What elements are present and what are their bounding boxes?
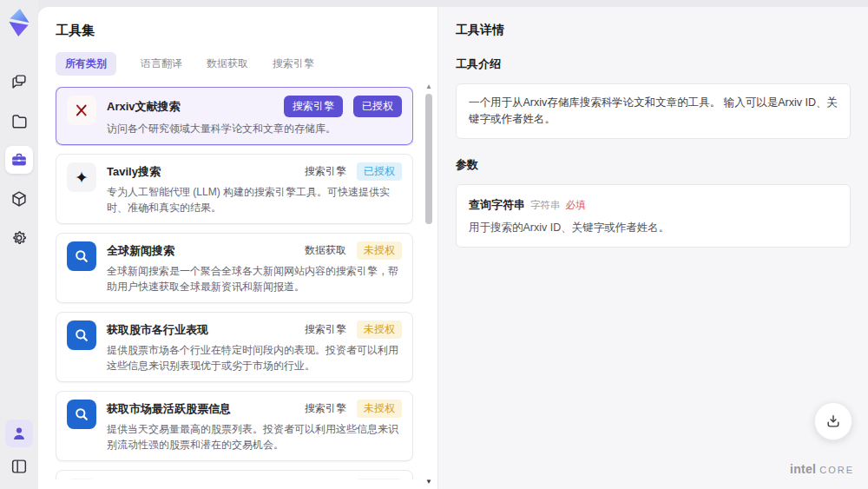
regional-news-icon [67, 479, 96, 479]
settings-icon[interactable] [5, 224, 33, 252]
list-scrollbar[interactable]: ▲ ▼ [424, 82, 433, 489]
auth-status-badge[interactable]: 未授权 [357, 241, 402, 260]
intro-heading: 工具介绍 [456, 56, 851, 72]
stock-search-icon [67, 400, 96, 429]
tool-card-list: Arxiv文献搜索 搜索引擎 已授权 访问各个研究领域大量科学论文和文章的存储库… [56, 87, 413, 479]
tool-card-arxiv[interactable]: Arxiv文献搜索 搜索引擎 已授权 访问各个研究领域大量科学论文和文章的存储库… [56, 87, 413, 145]
auth-status-badge[interactable]: 未授权 [357, 320, 402, 339]
tools-list-panel: 工具集 所有类别 语言翻译 数据获取 搜索引擎 Arxiv文献搜索 [38, 7, 437, 489]
tool-card-tavily[interactable]: ✦ Tavily搜索 搜索引擎 已授权 专为人工智能代理 (LLM) 构建的搜索… [56, 154, 413, 224]
parameter-required-flag: 必填 [566, 200, 586, 210]
tool-card-regional-news[interactable]: 万维地区新闻查询 搜索引擎 未授权 查询具体行政区划内的新闻，快速了解各地新闻动 [56, 470, 413, 479]
params-heading: 参数 [456, 157, 851, 173]
tool-name: 获取股市各行业表现 [107, 322, 208, 338]
auth-status-badge[interactable]: 未授权 [357, 479, 402, 479]
news-search-icon [67, 241, 96, 271]
tab-search-engine[interactable]: 搜索引擎 [273, 56, 314, 71]
intro-text: 一个用于从Arxiv存储库搜索科学论文和文章的工具。 输入可以是Arxiv ID… [456, 83, 851, 139]
tool-description: 提供股票市场各个行业在特定时间段内的表现。投资者可以利用这些信息来识别表现优于或… [107, 342, 402, 373]
parameter-item: 查询字符串字符串必填 用于搜索的Arxiv ID、关键字或作者姓名。 [456, 184, 851, 248]
auth-status-badge[interactable]: 未授权 [357, 400, 402, 418]
scrollbar-thumb[interactable] [425, 94, 432, 224]
brand-series: core [819, 465, 854, 475]
tool-name: 获取市场最活跃股票信息 [107, 401, 231, 417]
tool-description: 全球新闻搜索是一个聚合全球各大新闻网站内容的搜索引擎，帮助用户快速获取全球最新资… [107, 263, 402, 294]
tool-category: 数据获取 [305, 243, 346, 258]
parameter-name: 查询字符串 [469, 198, 525, 211]
parameter-description: 用于搜索的Arxiv ID、关键字或作者姓名。 [469, 221, 838, 235]
folder-icon[interactable] [5, 107, 33, 135]
tool-description: 专为人工智能代理 (LLM) 构建的搜索引擎工具。可快速提供实时、准确和真实的结… [107, 184, 402, 215]
page-title: 工具集 [56, 23, 437, 39]
app-rail [0, 0, 38, 489]
chat-icon[interactable] [5, 68, 33, 96]
tab-data-fetch[interactable]: 数据获取 [207, 56, 248, 71]
tool-category: 搜索引擎 [305, 322, 346, 337]
tool-description: 访问各个研究领域大量科学论文和文章的存储库。 [107, 121, 402, 136]
tool-description: 提供当天交易量最高的股票列表。投资者可以利用这些信息来识别流动性强的股票和潜在的… [107, 421, 402, 453]
stock-search-icon [67, 320, 96, 350]
tool-name: 全球新闻搜索 [107, 243, 174, 259]
tool-category: 搜索引擎 [305, 401, 346, 416]
cube-icon[interactable] [5, 185, 33, 213]
tool-details-panel: 工具详情 工具介绍 一个用于从Arxiv存储库搜索科学论文和文章的工具。 输入可… [437, 7, 868, 489]
tool-name: Tavily搜索 [107, 164, 161, 180]
tool-name: Arxiv文献搜索 [107, 99, 181, 115]
toolbox-icon[interactable] [5, 146, 33, 174]
category-tabs: 所有类别 语言翻译 数据获取 搜索引擎 [56, 52, 437, 76]
auth-status-badge[interactable]: 已授权 [353, 96, 402, 117]
main-panel: 工具集 所有类别 语言翻译 数据获取 搜索引擎 Arxiv文献搜索 [38, 7, 868, 489]
user-icon[interactable] [5, 420, 33, 447]
brand-name: intel [790, 462, 816, 476]
tool-card-global-news[interactable]: 全球新闻搜索 数据获取 未授权 全球新闻搜索是一个聚合全球各大新闻网站内容的搜索… [56, 233, 413, 303]
tool-category: 搜索引擎 [305, 164, 346, 179]
tool-category-pill: 搜索引擎 [284, 96, 343, 117]
scroll-down-icon[interactable]: ▼ [425, 479, 432, 486]
tool-card-stock-sectors[interactable]: 获取股市各行业表现 搜索引擎 未授权 提供股票市场各个行业在特定时间段内的表现。… [56, 312, 413, 382]
tavily-star-icon: ✦ [67, 162, 96, 192]
details-title: 工具详情 [456, 23, 851, 38]
tab-all-categories[interactable]: 所有类别 [56, 52, 116, 76]
intel-core-logo: intel core [790, 462, 854, 476]
app-logo [5, 7, 33, 38]
arxiv-icon [67, 96, 96, 125]
auth-status-badge[interactable]: 已授权 [357, 162, 402, 181]
tool-card-active-stocks[interactable]: 获取市场最活跃股票信息 搜索引擎 未授权 提供当天交易量最高的股票列表。投资者可… [56, 391, 413, 461]
parameter-type: 字符串 [530, 200, 561, 210]
panel-icon[interactable] [5, 453, 33, 480]
scroll-up-icon[interactable]: ▲ [425, 83, 432, 90]
download-icon [825, 413, 842, 430]
tab-translation[interactable]: 语言翻译 [141, 56, 182, 71]
download-button[interactable] [814, 402, 852, 440]
